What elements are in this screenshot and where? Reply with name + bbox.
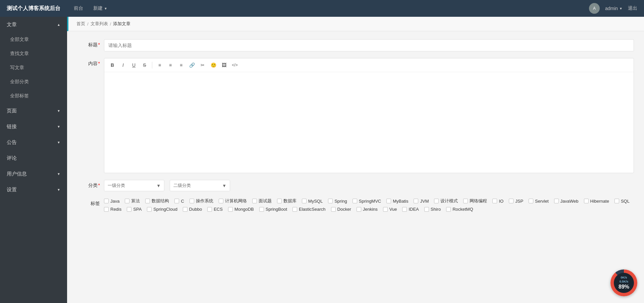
tag-item[interactable]: Java	[104, 199, 119, 204]
tag-item[interactable]: SpringMVC	[353, 199, 381, 204]
tag-item[interactable]: 面试题	[252, 198, 272, 204]
code-button[interactable]: </>	[230, 60, 239, 70]
tag-checkbox[interactable]	[207, 207, 212, 212]
align-left-button[interactable]: ≡	[155, 60, 164, 70]
tag-item[interactable]: SpringBoot	[259, 207, 287, 212]
sidebar-section-comment[interactable]: 评论	[0, 150, 67, 166]
tag-checkbox[interactable]	[252, 199, 257, 203]
sidebar-section-article[interactable]: 文章 ▲	[0, 17, 67, 33]
tag-checkbox[interactable]	[492, 199, 497, 203]
sidebar-section-notice[interactable]: 公告 ▼	[0, 135, 67, 150]
tag-checkbox[interactable]	[228, 207, 233, 212]
tag-item[interactable]: Dubbo	[183, 207, 202, 212]
sidebar-item-write-article[interactable]: 写文章	[0, 61, 67, 75]
category-level1-select[interactable]: 一级分类 ▼	[104, 180, 164, 191]
tag-checkbox[interactable]	[190, 199, 194, 203]
tag-item[interactable]: ECS	[207, 207, 223, 212]
tag-checkbox[interactable]	[434, 199, 439, 203]
image-button[interactable]: 🖼	[219, 60, 229, 70]
tag-checkbox[interactable]	[614, 199, 619, 203]
align-center-button[interactable]: ≡	[166, 60, 175, 70]
tag-checkbox[interactable]	[147, 207, 152, 212]
tag-item[interactable]: Hibernate	[584, 199, 609, 204]
tag-item[interactable]: JSP	[509, 199, 523, 204]
sidebar-section-page[interactable]: 页面 ▼	[0, 103, 67, 119]
editor-body[interactable]	[104, 72, 634, 173]
sidebar-item-all-categories[interactable]: 全部分类	[0, 75, 67, 89]
tag-checkbox[interactable]	[584, 199, 589, 203]
tag-item[interactable]: 操作系统	[190, 198, 213, 204]
strikethrough-button[interactable]: S	[140, 60, 149, 70]
tag-checkbox[interactable]	[509, 199, 514, 203]
tag-checkbox[interactable]	[292, 207, 297, 212]
tag-item[interactable]: Shiro	[424, 207, 441, 212]
tag-item[interactable]: 算法	[125, 198, 140, 204]
tag-item[interactable]: 设计模式	[434, 198, 458, 204]
tag-checkbox[interactable]	[529, 199, 533, 203]
tag-item[interactable]: MySQL	[302, 199, 323, 204]
tag-item[interactable]: 计算机网络	[219, 198, 247, 204]
sidebar-item-all-articles[interactable]: 全部文章	[0, 33, 67, 47]
admin-menu[interactable]: admin ▼	[605, 6, 623, 11]
tag-checkbox[interactable]	[446, 207, 451, 212]
tag-checkbox[interactable]	[104, 199, 109, 203]
tag-checkbox[interactable]	[145, 199, 150, 203]
tag-item[interactable]: 数据库	[277, 198, 297, 204]
tag-checkbox[interactable]	[554, 199, 559, 203]
tag-item[interactable]: Spring	[328, 199, 347, 204]
tag-checkbox[interactable]	[219, 199, 223, 203]
tag-item[interactable]: MyBatis	[386, 199, 408, 204]
tag-item[interactable]: JavaWeb	[554, 199, 579, 204]
logout-button[interactable]: 退出	[628, 5, 637, 11]
tag-item[interactable]: SQL	[614, 199, 630, 204]
tag-checkbox[interactable]	[183, 207, 187, 212]
tag-item[interactable]: 网络编程	[463, 198, 487, 204]
tag-item[interactable]: SpringCloud	[147, 207, 177, 212]
tag-checkbox[interactable]	[353, 199, 357, 203]
tag-checkbox[interactable]	[331, 207, 336, 212]
title-input[interactable]	[104, 39, 634, 51]
italic-button[interactable]: I	[118, 60, 128, 70]
tag-item[interactable]: ElasticSearch	[292, 207, 325, 212]
sidebar-section-user[interactable]: 用户信息 ▼	[0, 166, 67, 182]
frontend-link[interactable]: 前台	[74, 5, 83, 11]
scissors-button[interactable]: ✂	[198, 60, 207, 70]
tag-item[interactable]: IO	[492, 199, 503, 204]
tag-item[interactable]: 数据结构	[145, 198, 169, 204]
tag-checkbox[interactable]	[386, 199, 391, 203]
tag-checkbox[interactable]	[127, 207, 131, 212]
tag-item[interactable]: Servlet	[529, 199, 548, 204]
tag-checkbox[interactable]	[277, 199, 282, 203]
tag-item[interactable]: JVM	[414, 199, 429, 204]
bold-button[interactable]: B	[108, 60, 117, 70]
tag-checkbox[interactable]	[259, 207, 264, 212]
emoji-button[interactable]: 🙂	[209, 60, 218, 70]
category-level2-select[interactable]: 二级分类 ▼	[170, 180, 230, 191]
tag-item[interactable]: Redis	[104, 207, 121, 212]
tag-checkbox[interactable]	[302, 199, 307, 203]
sidebar-section-settings[interactable]: 设置 ▼	[0, 182, 67, 198]
tag-item[interactable]: MongoDB	[228, 207, 254, 212]
align-right-button[interactable]: ≡	[176, 60, 186, 70]
tag-item[interactable]: SPA	[127, 207, 142, 212]
tag-item[interactable]: Vue	[383, 207, 397, 212]
link-button[interactable]: 🔗	[187, 60, 197, 70]
tag-item[interactable]: C	[174, 199, 184, 204]
tag-checkbox[interactable]	[104, 207, 109, 212]
breadcrumb-article-list[interactable]: 文章列表	[91, 21, 108, 27]
tag-checkbox[interactable]	[424, 207, 429, 212]
tag-checkbox[interactable]	[125, 199, 129, 203]
tag-checkbox[interactable]	[174, 199, 179, 203]
underline-button[interactable]: U	[129, 60, 139, 70]
tag-item[interactable]: Jenkins	[357, 207, 378, 212]
tag-item[interactable]: IDEA	[402, 207, 419, 212]
sidebar-item-all-tags[interactable]: 全部标签	[0, 89, 67, 103]
sidebar-section-link[interactable]: 链接 ▼	[0, 119, 67, 135]
new-link[interactable]: 新建 ▼	[93, 5, 107, 11]
tag-checkbox[interactable]	[383, 207, 388, 212]
tag-checkbox[interactable]	[402, 207, 407, 212]
tag-item[interactable]: Docker	[331, 207, 351, 212]
sidebar-item-find-articles[interactable]: 查找文章	[0, 47, 67, 61]
tag-checkbox[interactable]	[328, 199, 333, 203]
tag-checkbox[interactable]	[357, 207, 361, 212]
